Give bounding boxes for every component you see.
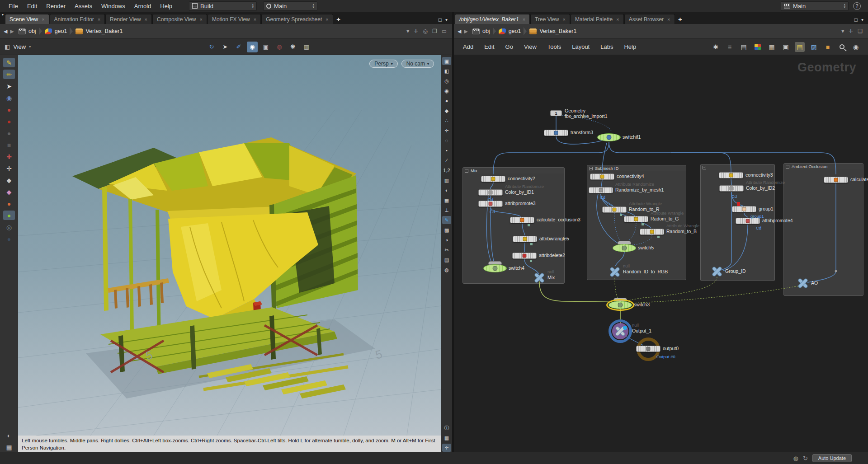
box-zoom-icon[interactable]: ▣: [260, 42, 271, 52]
snapshot-page-icon[interactable]: ▤: [442, 256, 451, 264]
camera-selector[interactable]: No cam ▾: [401, 60, 434, 68]
menu-edit[interactable]: Edit: [23, 1, 41, 11]
breadcrumb-vertex-baker1[interactable]: Vertex_Baker1: [528, 27, 578, 35]
auto-update-button[interactable]: Auto Update: [812, 454, 852, 462]
tab-obj-geo1-vertex-baker1[interactable]: /obj/geo1/Vertex_Baker1×: [455, 14, 530, 24]
maximize-pane-icon[interactable]: ▭: [442, 28, 447, 34]
node-switch4[interactable]: [483, 264, 507, 272]
tab-tree-view[interactable]: Tree View×: [530, 14, 570, 24]
view-tool-selector[interactable]: ◧ View ▾: [5, 43, 31, 50]
fluid-drop-icon[interactable]: ●: [3, 234, 15, 244]
forward-icon[interactable]: ▶: [464, 28, 467, 34]
lock-handles-icon[interactable]: ◉: [3, 93, 15, 103]
network-editor[interactable]: Geometry MixSubmesh IDAmbient Occlusion: [454, 55, 868, 452]
new-tab-button[interactable]: +: [675, 14, 685, 24]
lights-icon[interactable]: ●: [442, 97, 451, 105]
bones-icon[interactable]: ◆: [3, 175, 15, 185]
wireframe-icon[interactable]: ▦: [442, 196, 451, 204]
sculpt-tool-icon[interactable]: ✏: [3, 70, 15, 79]
scene-viewport[interactable]: 5 5 Persp ▾ No cam ▾: [18, 55, 441, 436]
node-randomize-by-mesh1[interactable]: [589, 187, 613, 193]
network-hierarchy-icon[interactable]: ≡: [725, 42, 735, 52]
close-tab-icon[interactable]: ×: [145, 17, 147, 22]
view-options-icon[interactable]: ▥: [301, 42, 312, 52]
fbx-archive-import-badge[interactable]: 1: [550, 110, 562, 116]
select-groups-icon[interactable]: ◎: [442, 77, 451, 85]
rbd-sphere-icon[interactable]: ●: [3, 117, 15, 126]
dot-marker-icon[interactable]: •: [442, 146, 451, 155]
net-menu-tools[interactable]: Tools: [543, 42, 566, 52]
desktop-selector[interactable]: Build ▴▾: [189, 1, 257, 11]
node-color-by-id1[interactable]: [478, 189, 503, 196]
snapshot-icon[interactable]: ❋: [288, 42, 298, 52]
close-tab-icon[interactable]: ×: [98, 17, 100, 22]
pin-pane-icon[interactable]: ✛: [414, 28, 418, 34]
list-mode-icon[interactable]: ▤: [739, 42, 749, 52]
spinner-icon[interactable]: ▴▾: [313, 3, 315, 9]
node-group1[interactable]: [732, 206, 756, 212]
path-dropdown-icon[interactable]: ▾: [406, 28, 409, 34]
help-button[interactable]: ?: [853, 2, 861, 10]
muscles-icon[interactable]: ◆: [3, 187, 15, 197]
asset-gallery-icon[interactable]: ■: [823, 42, 833, 52]
character-icon[interactable]: ✛: [3, 164, 15, 173]
spinner-icon[interactable]: ▴▾: [844, 3, 845, 9]
menu-render[interactable]: Render: [42, 1, 70, 11]
breadcrumb-obj[interactable]: obj: [17, 27, 38, 35]
node-attribpromote4[interactable]: [736, 218, 760, 224]
char-level-icon[interactable]: 1,2: [442, 166, 451, 174]
network-overview-icon[interactable]: ▣: [781, 42, 791, 52]
breadcrumb-geo1[interactable]: geo1: [43, 27, 69, 35]
forward-icon[interactable]: ▶: [10, 28, 14, 34]
node-random-to-b[interactable]: [640, 229, 664, 235]
display-flag-icon[interactable]: [623, 326, 627, 330]
paint-tool-icon[interactable]: ✎: [3, 58, 15, 67]
pyro-sphere-icon[interactable]: ●: [3, 211, 15, 220]
net-menu-help[interactable]: Help: [619, 42, 641, 52]
ghost-box-icon[interactable]: ■: [3, 140, 15, 150]
net-menu-edit[interactable]: Edit: [480, 42, 499, 52]
breadcrumb-vertex-baker1[interactable]: Vertex_Baker1: [74, 27, 124, 35]
menu-assets[interactable]: Assets: [71, 1, 96, 11]
grid-tile-icon[interactable]: ▦: [442, 434, 451, 442]
tab-composite-view[interactable]: Composite View×: [152, 14, 207, 24]
visibility-eye-icon[interactable]: ◉: [851, 42, 861, 52]
palette-icon[interactable]: [753, 42, 763, 52]
net-menu-go[interactable]: Go: [501, 42, 518, 52]
menu-arnold[interactable]: Arnold: [130, 1, 156, 11]
menu-file[interactable]: File: [5, 1, 22, 11]
node-group-id[interactable]: [711, 266, 723, 277]
spinner-icon[interactable]: ▴▾: [252, 3, 254, 9]
node-random-id-to-rgb[interactable]: [609, 266, 621, 278]
view-tool-icon[interactable]: ↻: [206, 42, 217, 52]
node-switch3[interactable]: [609, 301, 632, 309]
close-tab-icon[interactable]: ×: [616, 17, 619, 22]
pane-options-icon[interactable]: ▾: [445, 17, 448, 22]
pin-viewport-icon[interactable]: ✛: [442, 444, 451, 452]
node-mix[interactable]: [533, 272, 545, 284]
menu-help[interactable]: Help: [156, 1, 176, 11]
scene-selector[interactable]: Main ▴▾: [781, 1, 849, 11]
lookat-camera-icon[interactable]: ◉: [442, 87, 451, 95]
close-tab-icon[interactable]: ×: [667, 17, 670, 22]
sticky-note-icon[interactable]: ▤: [795, 42, 805, 52]
net-menu-labs[interactable]: Labs: [596, 42, 618, 52]
objects-display-icon[interactable]: ◆: [442, 107, 451, 115]
menu-windows[interactable]: Windows: [97, 1, 129, 11]
back-icon[interactable]: ◀: [4, 28, 7, 34]
pin-tool-icon[interactable]: ●: [3, 105, 15, 114]
link-panes-icon[interactable]: ❏: [858, 28, 863, 34]
normals-icon[interactable]: ⊥: [442, 206, 451, 214]
node-connectivity2[interactable]: [481, 176, 505, 182]
tab-geometry-spreadsheet[interactable]: Geometry Spreadsheet×: [261, 14, 333, 24]
breadcrumb-geo1[interactable]: geo1: [497, 27, 523, 35]
node-output0[interactable]: [636, 346, 660, 352]
node-switch5[interactable]: [613, 244, 636, 252]
search-icon[interactable]: [837, 42, 847, 52]
display-options-icon[interactable]: ◐: [3, 431, 15, 440]
close-tab-icon[interactable]: ×: [42, 17, 44, 22]
annotate-pencil-icon[interactable]: ✎: [442, 216, 451, 224]
tab-scene-view[interactable]: Scene View×: [5, 14, 49, 24]
close-tab-icon[interactable]: ×: [200, 17, 203, 22]
secure-selection-icon[interactable]: ▣: [442, 57, 451, 65]
